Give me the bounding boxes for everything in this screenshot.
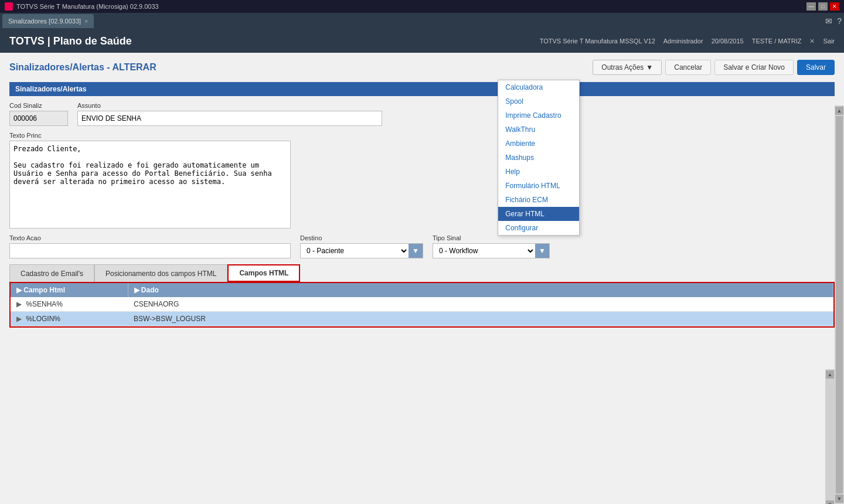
page-title: Sinalizadores/Alertas - ALTERAR <box>9 62 156 73</box>
close-window-button[interactable]: ✕ <box>830 2 839 11</box>
destino-label: Destino <box>300 234 423 241</box>
tab-bar: Sinalizadores [02.9.0033] × ✉ ? <box>0 13 844 29</box>
cell-dado-1: CSENHAORG <box>128 297 833 312</box>
column-header-dado: ▶ Dado <box>128 283 833 297</box>
cell-dado-2: BSW->BSW_LOGUSR <box>128 312 833 326</box>
texto-princ-input[interactable]: Prezado Cliente, Seu cadastro foi realiz… <box>9 141 291 229</box>
sair-button[interactable]: Sair <box>823 38 835 45</box>
tab-label: Sinalizadores [02.9.0033] <box>8 18 81 25</box>
menu-ambiente[interactable]: Ambiente <box>498 137 579 151</box>
form-row-3: Texto Acao Destino 0 - Paciente ▼ Tipo S… <box>9 234 835 258</box>
menu-calculadora[interactable]: Calculadora <box>498 80 579 94</box>
menu-gerar-html[interactable]: Gerar HTML <box>498 207 579 221</box>
tab-posicionamento-campos[interactable]: Posicionamento dos campos HTML <box>94 264 227 282</box>
title-bar: TOTVS Série T Manufatura (Microsiga) 02.… <box>0 0 844 13</box>
help-icon[interactable]: ? <box>837 16 842 26</box>
menu-fichario-ecm[interactable]: Fichário ECM <box>498 193 579 207</box>
col-arrow2-icon: ▶ <box>134 286 139 294</box>
env-info: TESTE / MATRIZ <box>752 38 802 45</box>
action-buttons: Outras Ações ▼ Calculadora Spool Imprime… <box>593 60 835 75</box>
table-scroll-up-button[interactable]: ▲ <box>826 370 834 379</box>
cod-sinaliz-input <box>9 111 68 126</box>
menu-mashups[interactable]: Mashups <box>498 151 579 165</box>
assunto-input[interactable] <box>77 111 382 126</box>
scroll-thumb <box>836 116 843 493</box>
cancelar-button[interactable]: Cancelar <box>665 60 711 75</box>
col-campo-html-label: Campo Html <box>23 286 65 294</box>
col-arrow-icon: ▶ <box>16 286 22 294</box>
table-row[interactable]: ▶ %SENHA% CSENHAORG <box>11 297 833 312</box>
page-title-bar: Sinalizadores/Alertas - ALTERAR Outras A… <box>9 60 835 75</box>
tab-campos-html[interactable]: Campos HTML <box>227 264 300 282</box>
tab-cadastro-emails[interactable]: Cadastro de Email's <box>9 264 94 282</box>
main-scrollbar[interactable]: ▲ ▼ <box>835 105 844 504</box>
data-table-wrapper: ▶ Campo Html ▶ Dado ▶ %SENHA% CSENHAORG <box>9 282 835 328</box>
cell-campo-html-2: ▶ %LOGIN% <box>11 312 128 326</box>
campo-html-value-1: %SENHA% <box>26 300 63 308</box>
texto-acao-input[interactable] <box>9 243 291 258</box>
destino-select[interactable]: 0 - Paciente <box>301 244 409 258</box>
app-title: TOTVS | Plano de Saúde <box>9 35 132 47</box>
destino-arrow-icon[interactable]: ▼ <box>409 244 423 258</box>
section-header: Sinalizadores/Alertas <box>9 82 835 96</box>
texto-acao-label: Texto Acao <box>9 234 291 241</box>
outras-acoes-wrapper: Outras Ações ▼ Calculadora Spool Imprime… <box>593 60 662 75</box>
outras-acoes-dropdown: Calculadora Spool Imprime Cadastro WalkT… <box>498 80 580 236</box>
campos-html-table: ▶ Campo Html ▶ Dado ▶ %SENHA% CSENHAORG <box>11 283 833 326</box>
form-group-destino: Destino 0 - Paciente ▼ <box>300 234 423 258</box>
cell-campo-html-1: ▶ %SENHA% <box>11 297 128 312</box>
col-dado-label: Dado <box>141 286 159 294</box>
assunto-label: Assunto <box>77 102 835 109</box>
menu-configurar[interactable]: Configurar <box>498 221 579 235</box>
table-scrollbar[interactable]: ▲ ▼ <box>825 369 835 504</box>
sinalizadores-tab[interactable]: Sinalizadores [02.9.0033] × <box>2 14 94 28</box>
table-scroll-down-button[interactable]: ▼ <box>826 500 834 504</box>
mail-icon[interactable]: ✉ <box>825 16 832 26</box>
form-row-2: Texto Princ Prezado Cliente, Seu cadastr… <box>9 132 835 229</box>
tipo-sinal-select[interactable]: 0 - Workflow <box>433 244 535 258</box>
menu-help[interactable]: Help <box>498 165 579 179</box>
scroll-down-button[interactable]: ▼ <box>835 495 843 503</box>
form-group-cod-sinaliz: Cod Sinaliz <box>9 102 68 126</box>
date-info: 20/08/2015 <box>712 38 744 45</box>
texto-princ-label: Texto Princ <box>9 132 291 139</box>
menu-spool[interactable]: Spool <box>498 94 579 108</box>
form-group-texto-princ: Texto Princ Prezado Cliente, Seu cadastr… <box>9 132 291 229</box>
destino-select-wrapper: 0 - Paciente ▼ <box>300 243 423 258</box>
row-arrow-icon-1: ▶ <box>16 300 22 308</box>
form-group-texto-acao: Texto Acao <box>9 234 291 258</box>
row-arrow-icon-2: ▶ <box>16 315 22 323</box>
menu-imprime-cadastro[interactable]: Imprime Cadastro <box>498 108 579 122</box>
app-icon <box>5 2 13 11</box>
form-row-1: Cod Sinaliz Assunto <box>9 102 835 126</box>
section-tabs: Cadastro de Email's Posicionamento dos c… <box>9 264 835 282</box>
menu-walkthru[interactable]: WalkThru <box>498 122 579 137</box>
system-info: TOTVS Série T Manufatura MSSQL V12 <box>540 38 655 45</box>
maximize-button[interactable]: □ <box>818 2 828 11</box>
campo-html-value-2: %LOGIN% <box>26 315 60 323</box>
salvar-button[interactable]: Salvar <box>797 60 835 75</box>
outras-acoes-button[interactable]: Outras Ações ▼ <box>593 60 662 75</box>
section-title: Sinalizadores/Alertas <box>15 85 86 93</box>
tipo-sinal-arrow-icon[interactable]: ▼ <box>535 244 549 258</box>
table-row[interactable]: ▶ %LOGIN% BSW->BSW_LOGUSR <box>11 312 833 326</box>
tab-bar-actions: ✉ ? <box>825 16 842 26</box>
cod-sinaliz-label: Cod Sinaliz <box>9 102 68 109</box>
user-info: Administrador <box>663 38 703 45</box>
menu-formulario-html[interactable]: Formulário HTML <box>498 179 579 193</box>
tipo-sinal-select-wrapper: 0 - Workflow ▼ <box>433 243 550 258</box>
top-header: TOTVS | Plano de Saúde TOTVS Série T Man… <box>0 29 844 53</box>
form-group-tipo-sinal: Tipo Sinal 0 - Workflow ▼ <box>433 234 550 258</box>
outras-acoes-label: Outras Ações <box>601 63 644 71</box>
form-group-assunto: Assunto <box>77 102 835 126</box>
salvar-criar-button[interactable]: Salvar e Criar Novo <box>714 60 794 75</box>
column-header-campo-html: ▶ Campo Html <box>11 283 128 297</box>
tab-close-icon[interactable]: × <box>84 18 88 25</box>
close-icon[interactable]: ✕ <box>809 38 815 45</box>
dropdown-arrow-icon: ▼ <box>646 63 653 71</box>
scroll-up-button[interactable]: ▲ <box>835 107 843 115</box>
window-title: TOTVS Série T Manufatura (Microsiga) 02.… <box>16 3 159 10</box>
minimize-button[interactable]: — <box>806 2 816 11</box>
main-content: Sinalizadores/Alertas - ALTERAR Outras A… <box>0 53 844 504</box>
